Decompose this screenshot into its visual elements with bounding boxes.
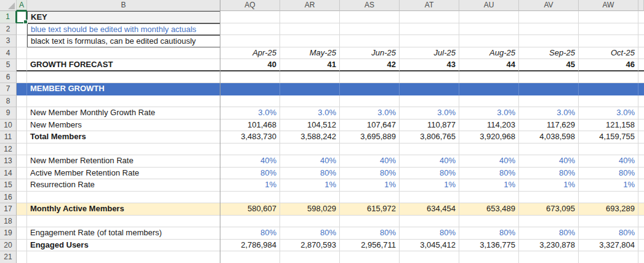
col-header-AW[interactable]: AW	[579, 0, 638, 11]
cell-AV16[interactable]	[519, 192, 579, 204]
cell-A5[interactable]	[17, 59, 27, 71]
cell-AS3[interactable]	[340, 35, 400, 47]
cell-partial-16[interactable]	[638, 192, 644, 204]
cell-AR16[interactable]	[280, 192, 340, 204]
cell-AQ11[interactable]: 3,483,730	[220, 131, 280, 144]
cell-AU18[interactable]	[459, 216, 519, 228]
cell-AV6[interactable]	[519, 71, 579, 84]
cell-partial-4[interactable]	[638, 47, 644, 60]
cell-AQ5[interactable]: 40	[220, 59, 280, 71]
cell-AW11[interactable]: 4,159,755	[579, 131, 638, 144]
cell-AS8[interactable]	[340, 95, 400, 108]
cell-AW20[interactable]: 3,327,804	[579, 240, 638, 252]
cell-B21[interactable]	[27, 251, 220, 263]
cell-B8[interactable]	[27, 95, 220, 108]
col-header-A[interactable]: A	[17, 0, 27, 11]
cell-AT11[interactable]: 3,806,765	[400, 131, 459, 144]
cell-AU7[interactable]	[459, 83, 519, 95]
row-header-9[interactable]: 9	[0, 107, 17, 119]
cell-AR13[interactable]: 40%	[280, 155, 340, 168]
cell-B7[interactable]: MEMBER GROWTH	[27, 83, 220, 95]
cell-AW16[interactable]	[579, 192, 638, 204]
cell-AQ20[interactable]: 2,786,984	[220, 240, 280, 252]
cell-AT4[interactable]: Jul-25	[400, 47, 459, 60]
cell-AU3[interactable]	[459, 35, 519, 47]
cell-B16[interactable]	[27, 192, 220, 204]
row-header-13[interactable]: 13	[0, 155, 17, 168]
cell-AT2[interactable]	[400, 23, 459, 36]
cell-AW6[interactable]	[579, 71, 638, 84]
cell-AU6[interactable]	[459, 71, 519, 84]
cell-AQ1[interactable]	[220, 11, 280, 23]
cell-AV12[interactable]	[519, 144, 579, 156]
cell-AR11[interactable]: 3,588,242	[280, 131, 340, 144]
cell-AW7[interactable]	[579, 83, 638, 95]
row-header-2[interactable]: 2	[0, 23, 17, 36]
cell-AV11[interactable]: 4,038,598	[519, 131, 579, 144]
cell-B12[interactable]	[27, 144, 220, 156]
cell-AQ19[interactable]: 80%	[220, 227, 280, 240]
cell-AR15[interactable]: 1%	[280, 179, 340, 192]
cell-AQ8[interactable]	[220, 95, 280, 108]
cell-AT8[interactable]	[400, 95, 459, 108]
cell-AV9[interactable]: 3.0%	[519, 107, 579, 119]
cell-AT1[interactable]	[400, 11, 459, 23]
cell-partial-19[interactable]	[638, 227, 644, 240]
row-header-6[interactable]: 6	[0, 71, 17, 84]
row-header-16[interactable]: 16	[0, 192, 17, 204]
cell-AR9[interactable]: 3.0%	[280, 107, 340, 119]
cell-B5[interactable]: GROWTH FORECAST	[27, 59, 220, 71]
cell-AU5[interactable]: 44	[459, 59, 519, 71]
cell-partial-15[interactable]	[638, 179, 644, 192]
cell-B9[interactable]: New Member Monthly Growth Rate	[27, 107, 220, 119]
col-header-AT[interactable]: AT	[400, 0, 459, 11]
cell-AQ6[interactable]	[220, 71, 280, 84]
cell-AW18[interactable]	[579, 216, 638, 228]
cell-A1[interactable]	[17, 11, 27, 23]
cell-AT15[interactable]: 1%	[400, 179, 459, 192]
cell-AW9[interactable]: 3.0%	[579, 107, 638, 119]
cell-AS10[interactable]: 107,647	[340, 119, 400, 132]
cell-partial-6[interactable]	[638, 71, 644, 84]
cell-AS7[interactable]	[340, 83, 400, 95]
cell-AR10[interactable]: 104,512	[280, 119, 340, 132]
cell-AS18[interactable]	[340, 216, 400, 228]
cell-AV20[interactable]: 3,230,878	[519, 240, 579, 252]
cell-AW1[interactable]	[579, 11, 638, 23]
cell-AU8[interactable]	[459, 95, 519, 108]
cell-AS14[interactable]: 80%	[340, 168, 400, 180]
cell-AR4[interactable]: May-25	[280, 47, 340, 60]
cell-AU14[interactable]: 80%	[459, 168, 519, 180]
cell-B15[interactable]: Resurrection Rate	[27, 179, 220, 192]
cell-partial-17[interactable]	[638, 203, 644, 216]
cell-AT6[interactable]	[400, 71, 459, 84]
cell-AS13[interactable]: 40%	[340, 155, 400, 168]
cell-AU4[interactable]: Aug-25	[459, 47, 519, 60]
cell-AW17[interactable]: 693,289	[579, 203, 638, 216]
cell-AW19[interactable]: 80%	[579, 227, 638, 240]
cell-partial-7[interactable]	[638, 83, 644, 95]
cell-AS1[interactable]	[340, 11, 400, 23]
cell-AW3[interactable]	[579, 35, 638, 47]
cell-AV3[interactable]	[519, 35, 579, 47]
row-header-7[interactable]: 7	[0, 83, 17, 95]
cell-AS2[interactable]	[340, 23, 400, 36]
cell-partial-20[interactable]	[638, 240, 644, 252]
cell-A17[interactable]	[17, 203, 27, 216]
cell-AW8[interactable]	[579, 95, 638, 108]
row-header-12[interactable]: 12	[0, 144, 17, 156]
cell-A9[interactable]	[17, 107, 27, 119]
cell-AQ15[interactable]: 1%	[220, 179, 280, 192]
cell-AV18[interactable]	[519, 216, 579, 228]
cell-A19[interactable]	[17, 227, 27, 240]
cell-AW10[interactable]: 121,158	[579, 119, 638, 132]
row-header-20[interactable]: 20	[0, 240, 17, 252]
cell-AT16[interactable]	[400, 192, 459, 204]
row-header-17[interactable]: 17	[0, 203, 17, 216]
cell-AR1[interactable]	[280, 11, 340, 23]
cell-AS4[interactable]: Jun-25	[340, 47, 400, 60]
cell-AV4[interactable]: Sep-25	[519, 47, 579, 60]
cell-partial-9[interactable]	[638, 107, 644, 119]
cell-A12[interactable]	[17, 144, 27, 156]
cell-AU9[interactable]: 3.0%	[459, 107, 519, 119]
